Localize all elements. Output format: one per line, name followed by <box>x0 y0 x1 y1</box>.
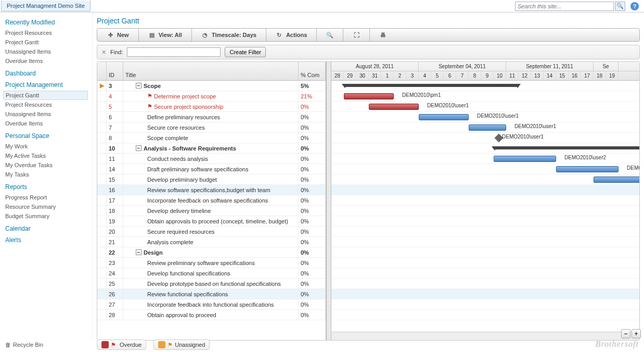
sidebar-item[interactable]: My Work <box>5 142 88 151</box>
task-bar[interactable] <box>344 93 394 99</box>
table-row[interactable]: 24Develop functional specifications0% <box>97 268 326 279</box>
summary-bar[interactable] <box>344 84 519 87</box>
task-bar[interactable] <box>419 114 469 120</box>
row-marker <box>97 279 107 288</box>
table-row[interactable]: 19Obtain approvals to proceed (concept, … <box>97 216 326 227</box>
find-input[interactable] <box>127 47 221 57</box>
cell-title: Review preliminary software specificatio… <box>123 258 299 268</box>
gantt-row <box>331 143 639 154</box>
task-bar[interactable] <box>494 156 556 162</box>
row-marker <box>97 102 107 111</box>
sidebar-heading[interactable]: Dashboard <box>5 70 88 77</box>
table-row[interactable]: 8Scope complete0% <box>97 133 326 143</box>
expand-button[interactable]: ⛶ <box>343 29 370 41</box>
cell-complete: 0% <box>299 174 326 184</box>
sidebar-item[interactable]: My Overdue Tasks <box>5 160 88 170</box>
sidebar-item[interactable]: Unassigned Items <box>5 109 88 119</box>
sidebar-heading[interactable]: Reports <box>5 183 88 191</box>
sidebar-item[interactable]: Project Gantt <box>5 37 88 47</box>
col-id[interactable]: ID <box>107 62 123 80</box>
cell-id: 20 <box>107 227 123 236</box>
gantt-hscroll[interactable] <box>331 332 639 340</box>
col-complete[interactable]: % Com <box>299 62 326 80</box>
day-header: 9 <box>481 71 494 81</box>
site-tab[interactable]: Project Managment Demo Site <box>1 1 91 11</box>
table-row[interactable]: 20Secure required resources0% <box>97 227 326 237</box>
zoom-out-button[interactable]: − <box>621 329 630 338</box>
table-row[interactable]: 7Secure core resources0% <box>97 122 326 133</box>
cell-complete: 5% <box>299 81 326 91</box>
recycle-bin[interactable]: 🗑 Recycle Bin <box>5 342 43 348</box>
row-marker <box>97 185 107 195</box>
task-bar[interactable] <box>556 166 619 172</box>
cell-complete: 0% <box>299 195 326 205</box>
cell-complete: 0% <box>299 299 326 309</box>
table-row[interactable]: 15Develop preliminary budget0% <box>97 174 326 185</box>
table-row[interactable]: 26Review functional specifications0% <box>97 289 326 299</box>
filter-icon: ✕ <box>101 49 106 56</box>
sidebar-item[interactable]: Progress Report <box>5 193 88 202</box>
table-row[interactable]: 5⚑Secure project sponsorship0% <box>97 102 326 112</box>
gantt-row <box>331 247 639 258</box>
table-row[interactable]: 25Develop prototype based on functional … <box>97 279 326 289</box>
sidebar-item[interactable]: Budget Summary <box>5 211 88 221</box>
collapse-icon[interactable]: − <box>136 249 141 255</box>
sidebar-item[interactable]: Overdue Items <box>5 119 88 128</box>
sidebar-heading[interactable]: Recently Modified <box>5 19 88 26</box>
sidebar-item[interactable]: Project Gantt <box>3 91 88 100</box>
sidebar-item[interactable]: Overdue Items <box>5 56 88 66</box>
cell-title: −Analysis - Software Requirements <box>123 143 299 153</box>
find-bar: ✕ Find: Create Filter <box>97 45 640 59</box>
print-button[interactable]: 🖶 <box>370 29 396 41</box>
collapse-icon[interactable]: − <box>136 83 141 89</box>
cell-complete: 21% <box>299 91 326 101</box>
zoom-tool-button[interactable]: 🔍 <box>317 29 343 41</box>
view-button[interactable]: ▤View: All <box>139 29 192 41</box>
table-row[interactable]: 17Incorporate feedback on software speci… <box>97 195 326 206</box>
table-row[interactable]: 18Develop delivery timeline0% <box>97 206 326 216</box>
task-bar[interactable] <box>469 124 506 131</box>
sidebar-item[interactable]: My Active Tasks <box>5 151 88 160</box>
search-input[interactable] <box>515 2 614 11</box>
sidebar-item[interactable]: Project Resources <box>5 100 88 109</box>
sidebar-heading[interactable]: Calendar <box>5 225 88 232</box>
actions-button[interactable]: ↻Actions <box>266 29 317 41</box>
summary-bar[interactable] <box>494 146 639 149</box>
assignee-label: DEMO2010\user1 <box>502 134 544 140</box>
search-button[interactable]: 🔍 <box>615 2 625 11</box>
sidebar-heading[interactable]: Project Management <box>5 81 88 89</box>
table-row[interactable]: 22−Design0% <box>97 247 326 258</box>
table-row[interactable]: 16Review software specifications,budget … <box>97 185 326 195</box>
zoom-in-button[interactable]: + <box>632 329 641 338</box>
timescale-button[interactable]: ◔Timescale: Days <box>192 29 266 41</box>
cell-title: Develop delivery timeline <box>123 206 299 216</box>
table-row[interactable]: 21Analysis complete0% <box>97 237 326 247</box>
task-bar[interactable] <box>594 177 639 183</box>
table-row[interactable]: 23Review preliminary software specificat… <box>97 258 326 268</box>
new-button[interactable]: ✚New <box>97 29 139 41</box>
month-header: August 28, 2011 <box>331 62 419 71</box>
task-bar[interactable] <box>369 104 419 110</box>
splitter[interactable] <box>326 62 331 340</box>
sidebar-item[interactable]: My Tasks <box>5 170 88 179</box>
table-row[interactable]: 4⚑Determine project scope21% <box>97 91 326 102</box>
sidebar-heading[interactable]: Alerts <box>5 236 88 244</box>
sidebar-item[interactable]: Unassigned Items <box>5 47 88 56</box>
help-icon[interactable]: ? <box>630 2 639 10</box>
create-filter-button[interactable]: Create Filter <box>225 47 266 57</box>
flag-icon: ⚑ <box>168 342 173 348</box>
table-row[interactable]: 6Define preliminary resources0% <box>97 112 326 122</box>
table-row[interactable]: 28Obtain approval to proceed0% <box>97 310 326 320</box>
table-row[interactable]: ▶3−Scope5% <box>97 81 326 91</box>
gantt-row <box>331 216 639 227</box>
table-row[interactable]: 27Incorporate feedback into functional s… <box>97 299 326 310</box>
sidebar-item[interactable]: Project Resources <box>5 28 88 37</box>
table-row[interactable]: 11Conduct needs analysis0% <box>97 154 326 164</box>
col-title[interactable]: Title <box>123 62 299 80</box>
sidebar-item[interactable]: Resource Summary <box>5 202 88 211</box>
table-row[interactable]: 14Draft preliminary software specificati… <box>97 164 326 174</box>
table-row[interactable]: 10−Analysis - Software Requirements0% <box>97 143 326 154</box>
sidebar-heading[interactable]: Personal Space <box>5 132 88 140</box>
cell-complete: 0% <box>299 289 326 299</box>
collapse-icon[interactable]: − <box>136 145 141 151</box>
